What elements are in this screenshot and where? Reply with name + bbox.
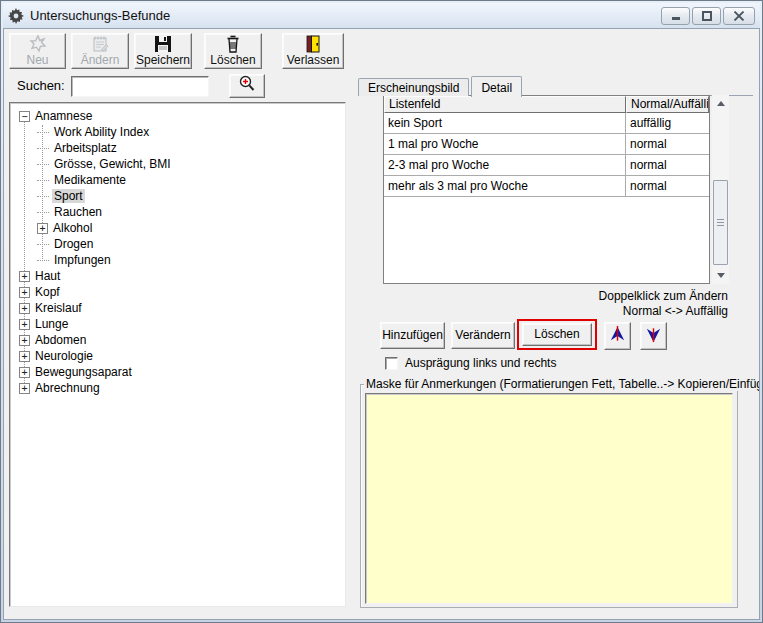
- tree-item-impfungen[interactable]: Impfungen: [10, 252, 345, 268]
- delete-button[interactable]: Löschen: [522, 323, 592, 346]
- tree-connector: [37, 260, 49, 261]
- tree-item-gr-sse-gewicht-bmi[interactable]: Grösse, Gewicht, BMI: [10, 156, 345, 172]
- delete-icon: [223, 35, 243, 53]
- expand-icon[interactable]: +: [19, 287, 30, 298]
- notes-textarea[interactable]: [365, 393, 733, 604]
- expand-icon[interactable]: +: [19, 319, 30, 330]
- add-button[interactable]: Hinzufügen: [380, 322, 445, 349]
- status-cell[interactable]: auffällig: [626, 113, 709, 133]
- tree-item-neurologie[interactable]: +Neurologie: [10, 348, 345, 364]
- tree-item-sport[interactable]: Sport: [10, 188, 345, 204]
- tree-item-label[interactable]: Neurologie: [33, 349, 95, 363]
- tree-connector: [37, 132, 49, 133]
- expand-icon[interactable]: +: [19, 383, 30, 394]
- tree-connector: [37, 164, 49, 165]
- expand-icon[interactable]: +: [37, 223, 48, 234]
- tree-item-label[interactable]: Lunge: [33, 317, 70, 331]
- status-cell[interactable]: normal: [626, 176, 709, 196]
- tree-item-label[interactable]: Kreislauf: [33, 301, 84, 315]
- table-row[interactable]: 1 mal pro Wochenormal: [384, 134, 709, 155]
- tab-erscheinungsbild[interactable]: Erscheinungsbild: [358, 78, 469, 96]
- tree-item-label[interactable]: Rauchen: [52, 205, 104, 219]
- tree-item-kopf[interactable]: +Kopf: [10, 284, 345, 300]
- scroll-up-button[interactable]: [712, 95, 729, 112]
- delete-button-highlight: Löschen: [517, 319, 597, 350]
- tree-item-kreislauf[interactable]: +Kreislauf: [10, 300, 345, 316]
- close-button[interactable]: [723, 7, 755, 25]
- status-cell[interactable]: normal: [626, 134, 709, 154]
- expand-icon[interactable]: +: [19, 351, 30, 362]
- tree-item-alkohol[interactable]: +Alkohol: [10, 220, 345, 236]
- tree-item-label[interactable]: Impfungen: [52, 253, 113, 267]
- tree-item-label[interactable]: Grösse, Gewicht, BMI: [52, 157, 173, 171]
- tree-item-label[interactable]: Bewegungsaparat: [33, 365, 134, 379]
- tree-item-label[interactable]: Kopf: [33, 285, 62, 299]
- collapse-icon[interactable]: −: [19, 111, 30, 122]
- table-row[interactable]: 2-3 mal pro Wochenormal: [384, 155, 709, 176]
- move-up-icon: [608, 325, 627, 348]
- tab-bar: ErscheinungsbildDetail: [358, 75, 524, 96]
- zoom-plus-icon: [237, 74, 257, 98]
- table-row[interactable]: kein Sportauffällig: [384, 113, 709, 134]
- expand-icon[interactable]: +: [19, 367, 30, 378]
- tree-item-work-ability-index[interactable]: Work Ability Index: [10, 124, 345, 140]
- maximize-button[interactable]: [692, 7, 721, 25]
- tree-item-label[interactable]: Haut: [33, 269, 62, 283]
- search-input[interactable]: [71, 76, 209, 97]
- tree-item-drogen[interactable]: Drogen: [10, 236, 345, 252]
- tree-item-label[interactable]: Anamnese: [33, 109, 94, 123]
- toolbar-button-label: Speichern: [136, 53, 190, 67]
- tree-item-label[interactable]: Sport: [52, 189, 85, 203]
- tree-item-medikamente[interactable]: Medikamente: [10, 172, 345, 188]
- tree-item-label[interactable]: Drogen: [52, 237, 95, 251]
- table-row[interactable]: mehr als 3 mal pro Wochenormal: [384, 176, 709, 197]
- listenfeld-cell[interactable]: 1 mal pro Woche: [384, 134, 626, 154]
- tree-item-label[interactable]: Abdomen: [33, 333, 88, 347]
- save-toolbar-button[interactable]: Speichern: [134, 33, 192, 69]
- new-icon: [28, 35, 48, 53]
- tree-item-abrechnung[interactable]: +Abrechnung: [10, 380, 345, 396]
- tree-item-label[interactable]: Abrechnung: [33, 381, 102, 395]
- expand-icon[interactable]: +: [19, 335, 30, 346]
- tree-item-label[interactable]: Medikamente: [52, 173, 128, 187]
- tree-item-label[interactable]: Alkohol: [51, 221, 94, 235]
- tree-connector: [37, 148, 49, 149]
- tree-connector: [37, 196, 49, 197]
- tree-item-label[interactable]: Work Ability Index: [52, 125, 151, 139]
- toolbar-button-label: Ändern: [81, 53, 120, 67]
- table-body: kein Sportauffällig1 mal pro Wochenormal…: [384, 113, 709, 197]
- scrollbar-grip-icon: [717, 219, 724, 227]
- scroll-down-button[interactable]: [712, 267, 729, 284]
- tree-item-bewegungsaparat[interactable]: +Bewegungsaparat: [10, 364, 345, 380]
- toolbar-button-label: Verlassen: [287, 53, 340, 67]
- change-button[interactable]: Verändern: [451, 322, 515, 349]
- listenfeld-cell[interactable]: kein Sport: [384, 113, 626, 133]
- expand-icon[interactable]: +: [19, 271, 30, 282]
- links-rechts-checkbox[interactable]: [385, 357, 398, 370]
- tree-item-label[interactable]: Arbeitsplatz: [52, 141, 119, 155]
- exit-toolbar-button[interactable]: Verlassen: [282, 33, 344, 69]
- hint-line-2: Normal <-> Auffällig: [599, 304, 728, 319]
- move-up-button[interactable]: [604, 322, 631, 350]
- save-icon: [153, 35, 173, 53]
- move-down-button[interactable]: [640, 322, 667, 350]
- listenfeld-cell[interactable]: 2-3 mal pro Woche: [384, 155, 626, 175]
- move-down-icon: [644, 325, 663, 348]
- tree-item-anamnese[interactable]: −Anamnese: [10, 108, 345, 124]
- listenfeld-cell[interactable]: mehr als 3 mal pro Woche: [384, 176, 626, 196]
- search-button[interactable]: [229, 74, 265, 98]
- minimize-button[interactable]: [661, 7, 690, 25]
- tab-detail[interactable]: Detail: [471, 76, 522, 97]
- tree-item-arbeitsplatz[interactable]: Arbeitsplatz: [10, 140, 345, 156]
- table-scrollbar[interactable]: [712, 95, 729, 284]
- tree-item-haut[interactable]: +Haut: [10, 268, 345, 284]
- tree-item-lunge[interactable]: +Lunge: [10, 316, 345, 332]
- expand-icon[interactable]: +: [19, 303, 30, 314]
- tree-item-abdomen[interactable]: +Abdomen: [10, 332, 345, 348]
- delete-toolbar-button[interactable]: Löschen: [204, 33, 262, 69]
- tree-item-rauchen[interactable]: Rauchen: [10, 204, 345, 220]
- listenfeld-table: Listenfeld Normal/Auffällig kein Sportau…: [383, 95, 710, 284]
- scrollbar-thumb[interactable]: [713, 180, 728, 265]
- minimize-icon: [670, 11, 682, 21]
- status-cell[interactable]: normal: [626, 155, 709, 175]
